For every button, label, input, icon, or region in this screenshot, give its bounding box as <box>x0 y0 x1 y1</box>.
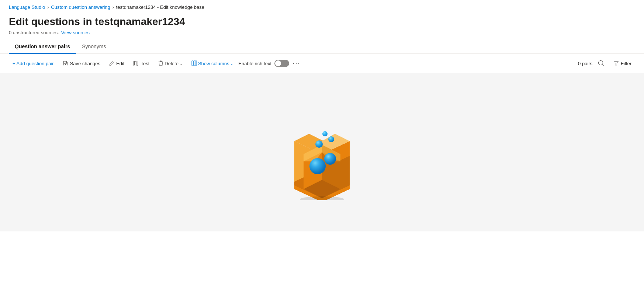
show-columns-label: Show columns <box>198 61 229 66</box>
enable-rich-text-label: Enable rich text <box>238 61 271 66</box>
show-columns-dropdown-button[interactable]: Show columns ⌄ <box>188 58 237 69</box>
edit-icon <box>109 60 114 66</box>
toolbar: + Add question pair Save changes Edit Te… <box>0 54 644 73</box>
tab-synonyms[interactable]: Synonyms <box>76 40 112 54</box>
empty-state-area <box>0 73 644 231</box>
svg-point-23 <box>322 131 328 136</box>
edit-label: Edit <box>116 61 124 66</box>
rich-text-toggle[interactable] <box>274 60 289 67</box>
test-button[interactable]: Test <box>129 58 153 69</box>
show-columns-icon <box>191 60 197 67</box>
breadcrumb-sep-1: › <box>47 5 49 10</box>
svg-point-24 <box>328 136 334 142</box>
save-changes-button[interactable]: Save changes <box>59 58 104 69</box>
breadcrumb-custom-qa[interactable]: Custom question answering <box>51 4 110 10</box>
filter-label: Filter <box>621 61 631 66</box>
breadcrumb-sep-2: › <box>112 5 114 10</box>
save-icon <box>63 60 68 67</box>
show-columns-chevron-icon: ⌄ <box>230 62 233 66</box>
save-changes-label: Save changes <box>70 61 100 66</box>
toolbar-right: 0 pairs Filter <box>578 57 635 69</box>
add-question-pair-button[interactable]: + Add question pair <box>9 59 58 69</box>
tabs-container: Question answer pairs Synonyms <box>0 40 644 54</box>
svg-point-22 <box>315 140 323 148</box>
search-icon <box>598 60 604 66</box>
empty-state-illustration <box>274 104 370 200</box>
delete-icon <box>158 60 163 67</box>
svg-rect-0 <box>192 60 193 65</box>
delete-dropdown-button[interactable]: Delete ⌄ <box>155 58 186 69</box>
test-label: Test <box>141 61 149 66</box>
page-subtitle: 0 unstructured sources. View sources <box>0 30 644 40</box>
svg-point-20 <box>309 158 326 174</box>
svg-point-25 <box>300 196 344 200</box>
search-button[interactable] <box>595 57 607 69</box>
svg-point-21 <box>324 153 336 165</box>
unstructured-sources-label: 0 unstructured sources. <box>9 30 59 35</box>
breadcrumb-language-studio[interactable]: Language Studio <box>9 4 45 10</box>
filter-button[interactable]: Filter <box>610 59 635 69</box>
test-icon <box>133 60 139 67</box>
delete-chevron-icon: ⌄ <box>180 62 183 66</box>
svg-rect-2 <box>195 60 197 65</box>
breadcrumb: Language Studio › Custom question answer… <box>0 0 644 13</box>
svg-rect-1 <box>194 60 195 65</box>
delete-label: Delete <box>165 61 179 66</box>
tab-question-answer-pairs[interactable]: Question answer pairs <box>9 40 76 54</box>
more-options-button[interactable]: ··· <box>291 57 302 69</box>
breadcrumb-current: testqnamaker1234 - Edit knowledge base <box>116 4 204 10</box>
edit-button[interactable]: Edit <box>105 58 128 69</box>
rich-text-toggle-container: Enable rich text <box>238 60 289 67</box>
page-title: Edit questions in testqnamaker1234 <box>0 13 644 30</box>
view-sources-link[interactable]: View sources <box>61 30 90 35</box>
filter-icon <box>614 61 619 66</box>
pairs-count-label: 0 pairs <box>578 61 592 66</box>
